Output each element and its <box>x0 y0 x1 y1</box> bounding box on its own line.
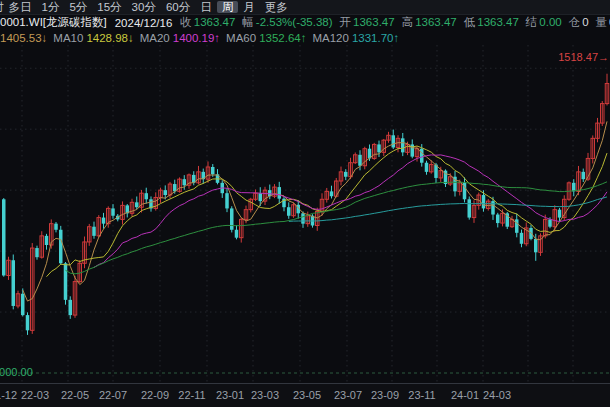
quote-date: 2024/12/16 <box>115 17 173 29</box>
ma-label: MA20 <box>140 32 170 44</box>
ma-label: MA120 <box>312 32 348 44</box>
candle-down <box>21 294 25 315</box>
candle-down <box>482 195 486 208</box>
candle-down <box>59 230 63 264</box>
candle-down <box>45 236 49 245</box>
quote-field-value: 1363.47 <box>415 16 457 28</box>
ma-value: 1352.64↑ <box>259 32 306 44</box>
timeframe-tab-6[interactable]: 日 <box>195 1 217 13</box>
quote-field-2: 开1363.47 <box>340 16 395 28</box>
timeframe-tab-0[interactable]: 多日 <box>4 1 37 13</box>
x-axis-label-21-12: 21-12 <box>0 389 17 401</box>
quote-field-value: 1363.47 <box>194 16 236 28</box>
candle-down <box>548 219 552 226</box>
candle-down <box>259 193 263 201</box>
timeframe-tab-9[interactable]: 更多 <box>260 1 293 13</box>
x-axis-label-23-01: 23-01 <box>216 389 244 401</box>
candle-down <box>377 144 381 152</box>
quote-field-1: 幅-2.53%(-35.38) <box>242 16 332 28</box>
x-axis-label-22-03: 22-03 <box>21 389 49 401</box>
candle-down <box>392 135 396 147</box>
x-axis-label-23-05: 23-05 <box>293 389 321 401</box>
ma-legend-item-3: MA601352.64↑ <box>226 32 306 44</box>
quote-field-3: 高1363.47 <box>402 16 457 28</box>
lowest-price-marker: 1000.00 <box>0 366 33 378</box>
quote-fields: 收1363.47幅-2.53%(-35.38)开1363.47高1363.47低… <box>180 15 610 30</box>
x-axis-label-22-07: 22-07 <box>99 389 127 401</box>
x-axis-label-23-07: 23-07 <box>334 389 362 401</box>
quote-field-0: 收1363.47 <box>180 16 235 28</box>
quote-field-6: 仓0 <box>569 16 589 28</box>
candle-down <box>102 218 106 224</box>
ma-legend-item-1: MA101428.98↓ <box>53 32 133 44</box>
candle-down <box>230 208 234 229</box>
x-axis-label-22-11: 22-11 <box>178 389 205 401</box>
candle-down <box>330 191 334 196</box>
quote-field-5: 结0.00 <box>526 16 562 28</box>
candle-down <box>225 193 229 208</box>
ma-value: 1428.98↓ <box>86 32 133 44</box>
candle-down <box>301 213 305 223</box>
x-axis-label-24-01: 24-01 <box>451 389 479 401</box>
candle-down <box>2 199 6 275</box>
candle-down <box>344 172 348 177</box>
candle-down <box>211 167 215 174</box>
quote-field-label: 仓 <box>569 16 581 28</box>
symbol-name: 0001.WI[龙源碳指数] <box>0 15 107 30</box>
quote-bar: 0001.WI[龙源碳指数] 2024/12/16 收1363.47幅-2.53… <box>0 15 610 30</box>
x-axis-label-22-05: 22-05 <box>61 389 89 401</box>
quote-field-value: 0.00 <box>539 16 561 28</box>
candle-down <box>491 201 495 214</box>
quote-field-label: 结 <box>526 16 538 28</box>
highest-price-marker: 1518.47→ <box>558 51 609 63</box>
x-axis-label-23-11: 23-11 <box>408 389 435 401</box>
quote-field-label: 开 <box>340 16 352 28</box>
candle-down <box>26 315 30 330</box>
timeframe-tab-1[interactable]: 1分 <box>37 1 65 13</box>
ma-value: 1405.53↓ <box>0 32 47 44</box>
candle-down <box>425 163 429 172</box>
x-axis-label-22-09: 22-09 <box>141 389 169 401</box>
candle-down <box>420 149 424 163</box>
candle-down <box>401 138 405 152</box>
quote-field-label: 收 <box>180 16 192 28</box>
timeframe-tab-2[interactable]: 5分 <box>64 1 92 13</box>
quote-field-label: 量 <box>596 16 608 28</box>
ma-legend-bar: 1405.53↓MA101428.98↓MA201400.19↑MA601352… <box>0 30 610 45</box>
candle-down <box>69 300 73 315</box>
ma-label: MA10 <box>53 32 83 44</box>
x-axis-label-23-09: 23-09 <box>371 389 399 401</box>
candle-down <box>145 193 149 199</box>
timeframe-tab-5[interactable]: 60分 <box>161 1 195 13</box>
ma-legend-item-0: 1405.53↓ <box>0 32 47 44</box>
candle-down <box>12 260 16 306</box>
candle-down <box>164 190 168 195</box>
x-axis-label-24-03: 24-03 <box>483 389 511 401</box>
quote-field-value: 1363.47 <box>477 16 519 28</box>
timeframe-tab-8[interactable]: 月 <box>238 1 260 13</box>
ma-legend-item-4: MA1201331.70↑ <box>312 32 399 44</box>
quote-field-label: 幅 <box>242 16 254 28</box>
candle-down <box>183 179 187 185</box>
timeframe-tab-3[interactable]: 15分 <box>92 1 126 13</box>
candlestick-chart[interactable] <box>0 45 610 383</box>
timeframe-tab-4[interactable]: 30分 <box>127 1 161 13</box>
candle-down <box>558 210 562 218</box>
candle-down <box>515 219 519 232</box>
candle-down <box>582 172 586 179</box>
quote-field-4: 低1363.47 <box>464 16 519 28</box>
candle-down <box>572 183 576 192</box>
timeframe-toolbar: 时 多日1分5分15分30分60分日周月更多 <box>0 0 610 15</box>
candle-down <box>64 263 68 300</box>
candle-down <box>468 199 472 217</box>
chart-app-window: 时 多日1分5分15分30分60分日周月更多 0001.WI[龙源碳指数] 20… <box>0 0 610 407</box>
x-axis: 21-1222-0322-0522-0722-0922-1123-0123-03… <box>0 383 610 407</box>
candle-down <box>54 224 58 230</box>
candle-down <box>358 155 362 166</box>
candle-down <box>235 230 239 238</box>
timeframe-tab-7[interactable]: 周 <box>217 1 239 13</box>
quote-field-7: 量0 <box>596 16 610 28</box>
candle-down <box>92 227 96 236</box>
x-axis-label-23-03: 23-03 <box>251 389 279 401</box>
ma-label: MA60 <box>226 32 256 44</box>
